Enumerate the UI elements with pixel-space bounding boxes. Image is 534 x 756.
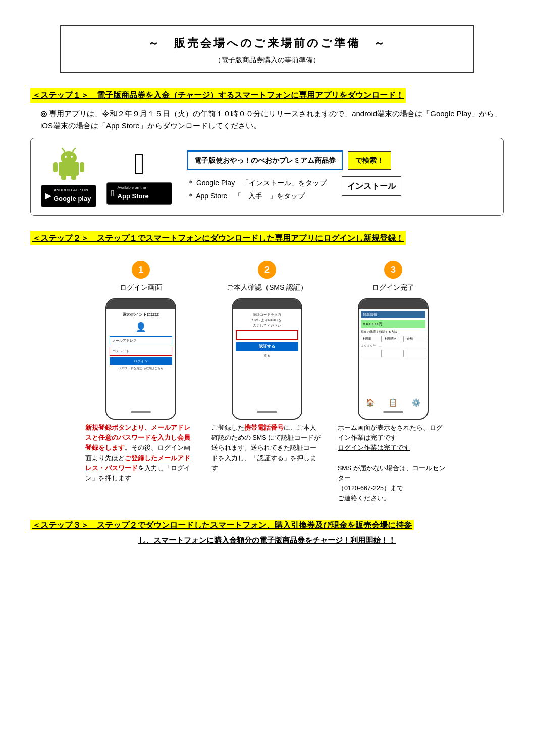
phone-desc-1: 新規登録ボタンより、メールアドレスと任意のパスワードを入力し会員登録をします。そ… <box>85 423 196 483</box>
play-triangle-icon: ▶ <box>45 189 51 203</box>
phone-top-bar-2 <box>233 299 301 309</box>
step2-section: ＜ステップ２＞ ステップ１でスマートフォンにダウンロードした専用アプリにログイン… <box>30 231 504 503</box>
apple-badge-small: Available on the <box>118 185 149 191</box>
phone-screen-2: 認証コードを入力SMS よりNXXC'を入力してください 認証する 戻る <box>233 309 301 362</box>
step3-text: し、スマートフォンに購入金額分の電子版商品券をチャージ！利用開始！！ <box>30 534 504 546</box>
page-title: ～ 販売会場へのご来場前のご準備 ～ <box>73 34 461 52</box>
phone-screen-3: 残高情報 ￥XX,XXX円 現在の残高を確認する方法 利用日 利用店名 金額 ２… <box>359 309 428 361</box>
svg-point-1 <box>61 151 77 164</box>
install-instructions: ＊ Google Play 「インストール」をタップ ＊ App Store 「… <box>187 176 493 203</box>
apple-badge-big: App Store <box>118 192 149 200</box>
apple-badge-icon:  <box>111 186 115 201</box>
search-keyword: 電子版使おやっ！のべおかプレミアム商品券 <box>187 150 343 170</box>
step3-section: ＜ステップ３＞ ステップ２でダウンロードしたスマートフォン、購入引換券及び現金を… <box>30 519 504 547</box>
step-badge-2: 2 <box>258 261 276 279</box>
app-download-box: ▶ ANDROID APP ON Google play   Availab… <box>30 138 504 216</box>
step1-heading: ＜ステップ１＞ 電子版商品券を入金（チャージ）するスマートフォンに専用アプリをダ… <box>30 88 504 108</box>
app-store-install-item: ＊ App Store 「 入手 」をタップ <box>187 189 327 203</box>
install-bracket-label: インストール <box>342 176 401 196</box>
step2-heading: ＜ステップ２＞ ステップ１でスマートフォンにダウンロードした専用アプリにログイン… <box>30 231 504 251</box>
step-badge-1: 1 <box>132 261 150 279</box>
phone-desc-2: ご登録した携帯電話番号に、ご本人確認のための SMS にて認証コードが送られます… <box>211 423 323 473</box>
app-store-badge[interactable]:  Available on the App Store <box>106 182 172 205</box>
phone-mockup-1: 遂のポイントにはは 👤 メールアドレス パスワード ログイン パスワードをお忘れ… <box>105 298 176 420</box>
apple-logo-icon:  <box>134 149 145 179</box>
svg-point-3 <box>71 156 73 158</box>
google-play-badge[interactable]: ▶ ANDROID APP ON Google play <box>41 185 96 207</box>
step2-phone-label: ご本人確認（SMS 認証） <box>227 282 307 293</box>
step1-phone-label: ログイン画面 <box>120 282 162 293</box>
phone-step-1: 1 ログイン画面 遂のポイントにはは 👤 メールアドレス パスワード ログイン … <box>85 261 196 503</box>
phone-step-2: 2 ご本人確認（SMS 認証） 認証コードを入力SMS よりNXXC'を入力して… <box>211 261 323 503</box>
android-robot-icon <box>51 146 86 182</box>
android-badge-small: ANDROID APP ON <box>54 187 91 194</box>
phone-bottom-icons: 🏠 📋 ⚙️ <box>359 397 428 408</box>
app-icons: ▶ ANDROID APP ON Google play   Availab… <box>41 146 172 207</box>
step1-section: ＜ステップ１＞ 電子版商品券を入金（チャージ）するスマートフォンに専用アプリをダ… <box>30 88 504 216</box>
step1-note-text: 専用アプリは、令和２年９月１５日（火）の午前１０時００分にリリースされますので、… <box>40 109 502 130</box>
google-play-install-item: ＊ Google Play 「インストール」をタップ <box>187 176 327 190</box>
step2-phones: 1 ログイン画面 遂のポイントにはは 👤 メールアドレス パスワード ログイン … <box>30 261 504 503</box>
svg-rect-8 <box>61 175 66 180</box>
phone-mockup-3: 残高情報 ￥XX,XXX円 現在の残高を確認する方法 利用日 利用店名 金額 ２… <box>358 298 429 420</box>
step1-note: ◎ 専用アプリは、令和２年９月１５日（火）の午前１０時００分にリリースされますの… <box>40 108 504 132</box>
svg-line-5 <box>73 148 75 152</box>
phone-home-bar-2 <box>257 411 277 413</box>
svg-line-4 <box>62 148 65 152</box>
phone-mockup-2: 認証コードを入力SMS よりNXXC'を入力してください 認証する 戻る <box>232 298 302 420</box>
phone-top-bar-1 <box>106 299 175 309</box>
android-badge-big: Google play <box>54 195 91 203</box>
page-subtitle: （電子版商品券購入の事前準備） <box>73 54 461 65</box>
svg-rect-7 <box>80 162 84 172</box>
svg-rect-9 <box>71 175 76 180</box>
android-icon: ▶ ANDROID APP ON Google play <box>41 146 96 207</box>
phone-screen-1: 遂のポイントにはは 👤 メールアドレス パスワード ログイン パスワードをお忘れ… <box>106 309 175 374</box>
phone-top-bar-3 <box>359 299 428 309</box>
search-box-row: 電子版使おやっ！のべおかプレミアム商品券 で検索！ <box>187 150 493 170</box>
app-search-right: 電子版使おやっ！のべおかプレミアム商品券 で検索！ ＊ Google Play … <box>187 150 493 203</box>
install-list: ＊ Google Play 「インストール」をタップ ＊ App Store 「… <box>187 176 327 203</box>
phone-step-3: 3 ログイン完了 残高情報 ￥XX,XXX円 現在の残高を確認する方法 利用日 … <box>338 261 449 503</box>
phone-home-bar-1 <box>131 411 151 413</box>
apple-icon:   Available on the App Store <box>106 149 172 205</box>
step-badge-3: 3 <box>384 261 402 279</box>
svg-point-2 <box>65 156 67 158</box>
phone-desc-3: ホーム画面が表示をされたら、ログイン作業は完了です ログイン作業は完了です SM… <box>338 423 449 503</box>
svg-rect-6 <box>53 162 58 172</box>
step3-phone-label: ログイン完了 <box>372 282 414 293</box>
step3-heading-wrap: ＜ステップ３＞ ステップ２でダウンロードしたスマートフォン、購入引換券及び現金を… <box>30 519 504 532</box>
search-button[interactable]: で検索！ <box>348 151 391 169</box>
phone-home-bar-3 <box>383 411 403 413</box>
title-box: ～ 販売会場へのご来場前のご準備 ～ （電子版商品券購入の事前準備） <box>60 25 474 73</box>
